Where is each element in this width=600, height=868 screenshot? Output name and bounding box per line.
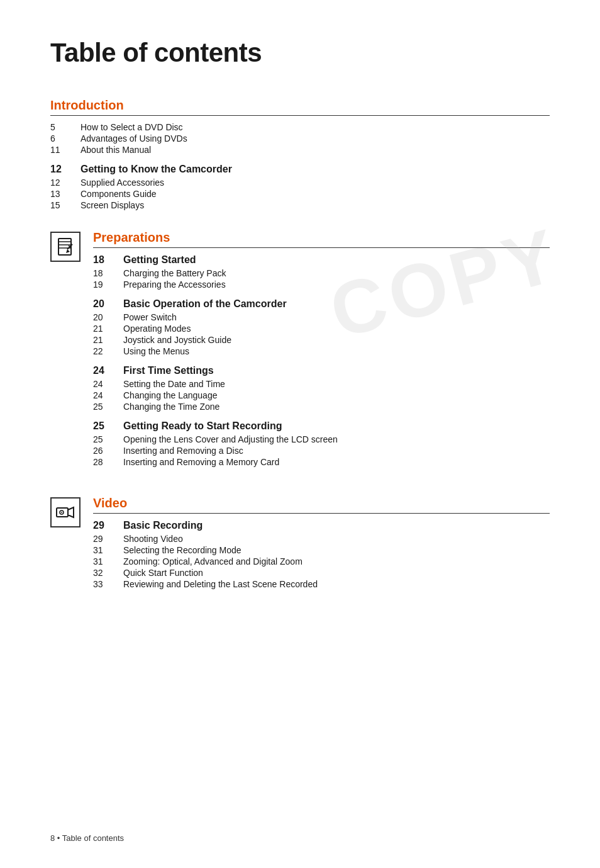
toc-entry: 24 Setting the Date and Time	[93, 379, 550, 389]
video-icon-col	[50, 496, 83, 598]
subsection-first-time: 24 First Time Settings 24 Setting the Da…	[93, 365, 550, 412]
toc-entry: 12 Supplied Accessories	[50, 178, 550, 188]
toc-entry: 20 Power Switch	[93, 312, 550, 322]
subsection-title-row: 12 Getting to Know the Camcorder	[50, 164, 550, 175]
preparations-content: Preparations 18 Getting Started 18 Charg…	[93, 230, 550, 476]
subsection-intro-plain: 5 How to Select a DVD Disc 6 Advantages …	[50, 122, 550, 155]
subsection-getting-to-know: 12 Getting to Know the Camcorder 12 Supp…	[50, 164, 550, 210]
section-introduction: Introduction 5 How to Select a DVD Disc …	[50, 98, 550, 210]
toc-entry: 22 Using the Menus	[93, 346, 550, 356]
notebook-icon	[50, 232, 81, 262]
svg-marker-8	[68, 507, 74, 517]
section-title-introduction: Introduction	[50, 98, 550, 116]
subsection-getting-ready: 25 Getting Ready to Start Recording 25 O…	[93, 420, 550, 467]
page-footer: 8 • Table of contents	[50, 833, 124, 843]
toc-entry: 31 Zooming: Optical, Advanced and Digita…	[93, 556, 550, 566]
toc-entry: 15 Screen Displays	[50, 200, 550, 210]
toc-entry: 6 Advantages of Using DVDs	[50, 133, 550, 144]
toc-entry: 29 Shooting Video	[93, 534, 550, 544]
section-title-video: Video	[93, 496, 550, 514]
section-video: Video 29 Basic Recording 29 Shooting Vid…	[50, 496, 550, 598]
toc-entry: 26 Inserting and Removing a Disc	[93, 446, 550, 456]
section-title-preparations: Preparations	[93, 230, 550, 248]
toc-entry: 19 Preparing the Accessories	[93, 279, 550, 290]
video-content: Video 29 Basic Recording 29 Shooting Vid…	[93, 496, 550, 598]
toc-entry: 25 Changing the Time Zone	[93, 402, 550, 412]
toc-entry: 21 Operating Modes	[93, 324, 550, 334]
toc-entry: 13 Components Guide	[50, 189, 550, 199]
toc-entry: 24 Changing the Language	[93, 390, 550, 400]
subsection-basic-operation: 20 Basic Operation of the Camcorder 20 P…	[93, 298, 550, 356]
toc-entry: 21 Joystick and Joystick Guide	[93, 335, 550, 345]
camera-icon	[50, 497, 81, 527]
page-title: Table of contents	[50, 38, 550, 68]
toc-entry: 5 How to Select a DVD Disc	[50, 122, 550, 132]
section-preparations: Preparations 18 Getting Started 18 Charg…	[50, 230, 550, 476]
preparations-icon-col	[50, 230, 83, 476]
toc-entry: 32 Quick Start Function	[93, 568, 550, 578]
svg-marker-5	[66, 249, 70, 253]
toc-entry: 33 Reviewing and Deleting the Last Scene…	[93, 579, 550, 589]
toc-entry: 25 Opening the Lens Cover and Adjusting …	[93, 434, 550, 444]
subsection-getting-started: 18 Getting Started 18 Charging the Batte…	[93, 254, 550, 290]
svg-point-10	[61, 512, 62, 513]
toc-entry: 31 Selecting the Recording Mode	[93, 545, 550, 555]
toc-entry: 11 About this Manual	[50, 145, 550, 155]
toc-entry: 18 Charging the Battery Pack	[93, 268, 550, 278]
subsection-basic-recording: 29 Basic Recording 29 Shooting Video 31 …	[93, 520, 550, 589]
toc-entry: 28 Inserting and Removing a Memory Card	[93, 457, 550, 467]
